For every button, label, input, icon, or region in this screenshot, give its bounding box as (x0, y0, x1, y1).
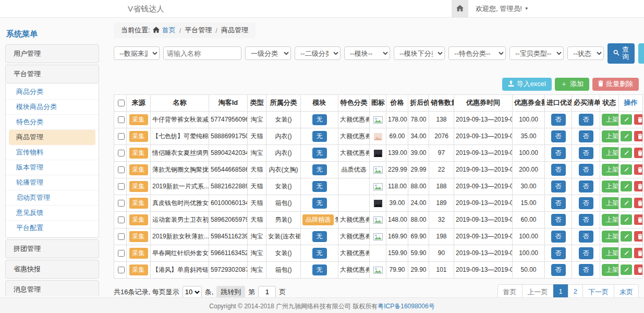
sidebar-group-header[interactable]: 用户管理 (5, 44, 99, 63)
imported-toggle[interactable]: 否 (551, 264, 566, 276)
edit-button[interactable] (621, 164, 632, 175)
must-buy-toggle[interactable]: 否 (579, 247, 593, 259)
must-buy-toggle[interactable]: 否 (579, 214, 593, 226)
row-checkbox[interactable] (118, 116, 125, 123)
imported-toggle[interactable]: 否 (551, 164, 566, 176)
delete-button[interactable] (634, 164, 643, 175)
must-buy-toggle[interactable]: 否 (579, 114, 593, 126)
filter-select-category-level1[interactable]: 一级分类 (245, 46, 291, 60)
must-buy-toggle[interactable]: 否 (579, 264, 593, 276)
icp-link[interactable]: 粤ICP备16098006号 (378, 303, 434, 310)
delete-button[interactable] (634, 181, 643, 191)
delete-button[interactable] (634, 231, 643, 242)
filter-select-module[interactable]: --模块-- (344, 46, 390, 60)
row-checkbox[interactable] (118, 133, 125, 140)
home-button[interactable] (452, 0, 468, 17)
jump-page-input[interactable] (258, 286, 276, 298)
status-toggle[interactable]: 上架 (602, 164, 619, 176)
edit-button[interactable] (621, 198, 632, 208)
reset-button[interactable]: 重置 (638, 43, 644, 64)
must-buy-toggle[interactable]: 否 (579, 130, 593, 142)
sidebar-group-header[interactable]: 拼团管理 (5, 239, 99, 258)
delete-button[interactable] (634, 114, 643, 125)
status-toggle[interactable]: 上架 (602, 214, 619, 226)
row-checkbox[interactable] (118, 267, 125, 273)
row-checkbox[interactable] (118, 250, 125, 257)
sidebar-group-header[interactable]: 平台管理 (5, 65, 99, 83)
sidebar-item[interactable]: 宣传物料 (6, 145, 99, 160)
filter-select-module-sub[interactable]: --模块下分类-- (394, 46, 445, 60)
status-toggle[interactable]: 上架 (602, 130, 619, 142)
batch-delete-button[interactable]: 批量删除 (592, 78, 639, 91)
jump-button[interactable]: 跳转到 (216, 286, 245, 298)
delete-button[interactable] (634, 131, 643, 141)
sidebar-group-header[interactable]: 消息管理 (5, 280, 99, 296)
page-size-select[interactable]: 10 (183, 286, 202, 298)
sidebar-group-header[interactable]: 省惠快报 (5, 260, 99, 279)
delete-button[interactable] (634, 198, 643, 208)
must-buy-toggle[interactable]: 否 (579, 197, 593, 209)
row-checkbox[interactable] (118, 216, 125, 223)
delete-button[interactable] (634, 264, 643, 275)
delete-button[interactable] (634, 248, 643, 258)
must-buy-toggle[interactable]: 否 (579, 231, 593, 243)
category: 男装() (266, 211, 301, 228)
sidebar-item[interactable]: 特色分类 (6, 115, 99, 130)
column-header: 图标 (370, 94, 386, 111)
imported-toggle[interactable]: 否 (551, 197, 566, 209)
edit-button[interactable] (621, 148, 632, 158)
filter-select-status[interactable]: --状态-- (567, 46, 604, 60)
row-checkbox[interactable] (118, 233, 125, 240)
imported-toggle[interactable]: 否 (551, 214, 566, 226)
edit-button[interactable] (621, 131, 632, 141)
status-toggle[interactable]: 上架 (602, 231, 619, 243)
sidebar-item[interactable]: 商品分类 (6, 85, 99, 100)
imported-toggle[interactable]: 否 (551, 247, 566, 259)
must-buy-toggle[interactable]: 否 (579, 164, 593, 176)
search-button[interactable]: 查询 (607, 43, 635, 64)
must-buy-toggle[interactable]: 否 (579, 147, 593, 159)
status-toggle[interactable]: 上架 (602, 180, 619, 192)
status-toggle[interactable]: 上架 (602, 264, 619, 276)
breadcrumb-home-link[interactable]: 首页 (162, 26, 176, 35)
delete-button[interactable] (634, 148, 643, 158)
row-checkbox[interactable] (118, 166, 125, 173)
filter-select-item-type[interactable]: --宝贝类型-- (509, 46, 564, 60)
row-checkbox[interactable] (118, 200, 125, 207)
filter-select-category-level2[interactable]: --二级分类-- (295, 46, 341, 60)
sidebar-item[interactable]: 轮播管理 (6, 175, 99, 190)
sidebar-item[interactable]: 平台配置 (6, 221, 99, 235)
sidebar-item[interactable]: 商品管理 (9, 130, 95, 145)
add-button[interactable]: ＋ 添加 (555, 78, 589, 91)
select-all-checkbox[interactable] (118, 100, 125, 106)
status-toggle[interactable]: 上架 (602, 247, 619, 259)
price: 229.99 (386, 161, 408, 178)
delete-button[interactable] (634, 214, 643, 225)
user-menu[interactable]: 欢迎您, 管理员! ▼ (468, 0, 536, 17)
filter-input-name[interactable] (163, 46, 241, 60)
status-toggle[interactable]: 上架 (602, 197, 619, 209)
edit-button[interactable] (621, 248, 632, 258)
edit-button[interactable] (621, 114, 632, 125)
status-toggle[interactable]: 上架 (602, 114, 619, 126)
filter-select-data-source[interactable]: --数据来源-- (114, 46, 160, 60)
import-excel-button[interactable]: 导入excel (502, 78, 552, 91)
filter-select-feature-category[interactable]: --特色分类-- (448, 46, 506, 60)
edit-button[interactable] (621, 231, 632, 242)
sidebar-item[interactable]: 模块商品分类 (6, 100, 99, 115)
imported-toggle[interactable]: 否 (551, 147, 566, 159)
status-toggle[interactable]: 上架 (602, 147, 619, 159)
sidebar-item[interactable]: 意见反馈 (6, 206, 99, 221)
row-checkbox[interactable] (118, 183, 125, 190)
row-checkbox[interactable] (118, 150, 125, 156)
imported-toggle[interactable]: 否 (551, 180, 566, 192)
edit-button[interactable] (621, 264, 632, 275)
imported-toggle[interactable]: 否 (551, 114, 566, 126)
must-buy-toggle[interactable]: 否 (579, 180, 593, 192)
imported-toggle[interactable]: 否 (551, 231, 566, 243)
sidebar-item[interactable]: 启动页管理 (6, 190, 99, 206)
sidebar-item[interactable]: 版本管理 (6, 160, 99, 175)
imported-toggle[interactable]: 否 (551, 130, 566, 142)
edit-button[interactable] (621, 181, 632, 191)
edit-button[interactable] (621, 214, 632, 225)
